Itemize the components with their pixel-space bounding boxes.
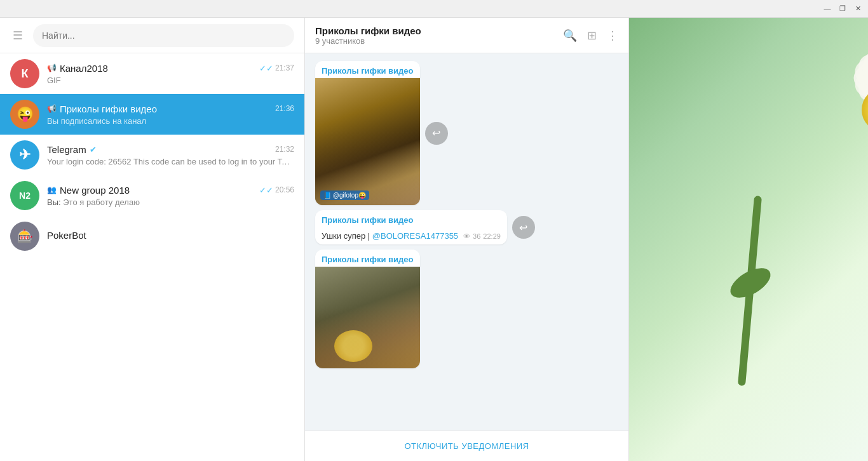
chat-item-pokerbot[interactable]: 🎰 PokerBot [0, 216, 304, 257]
sidebar-header: ☰ [0, 18, 304, 53]
right-panel [629, 18, 868, 461]
chat-panel: Приколы гифки видео 9 участников 🔍 ⊞ ⋮ П… [305, 18, 629, 461]
chat-content-kanal2018: 📢 Канал2018 ✓✓ 21:37 GIF [47, 63, 294, 85]
chat-preview-prikoly: Вы подписались на канал [47, 116, 294, 126]
verified-icon-telegram: ✔ [90, 145, 97, 154]
chat-name-kanal2018: 📢 Канал2018 [47, 63, 108, 74]
message-wrapper-2: Приколы гифки видео Ушки супер | @BOLORE… [315, 210, 618, 244]
message-text-row-2: Ушки супер | @BOLORESA1477355 👁 36 22:29 [315, 227, 507, 244]
chat-name-telegram: Telegram ✔ [47, 144, 97, 155]
chat-header: Приколы гифки видео 9 участников 🔍 ⊞ ⋮ [305, 18, 628, 53]
message-sender-3: Приколы гифки видео [315, 250, 420, 267]
chat-top-telegram: Telegram ✔ 21:32 [47, 144, 294, 155]
avatar-pokerbot: 🎰 [10, 222, 39, 251]
message-image-1: 📘 @gifotop😜 [315, 78, 420, 205]
views-count-2: 36 [473, 232, 480, 240]
avatar-newgroup: N2 [10, 181, 39, 210]
search-container [33, 24, 294, 47]
forward-button-1[interactable]: ↩ [425, 122, 448, 145]
hamburger-icon[interactable]: ☰ [10, 26, 25, 45]
message-sender-1: Приколы гифки видео [315, 61, 420, 78]
eye-icon-2: 👁 [463, 232, 470, 240]
chat-top-prikoly: 📢 Приколы гифки видео 21:36 [47, 104, 294, 114]
chat-top-newgroup: 👥 New group 2018 ✓✓ 20:56 [47, 185, 294, 196]
chat-time-telegram: 21:32 [275, 145, 294, 154]
chat-time-kanal2018: 21:37 [275, 63, 294, 72]
chat-header-title: Приколы гифки видео [315, 25, 555, 36]
chat-top-kanal2018: 📢 Канал2018 ✓✓ 21:37 [47, 63, 294, 74]
chat-time-newgroup: 20:56 [275, 185, 294, 194]
sidebar: ☰ К 📢 Канал2018 ✓✓ 21:37 [0, 18, 305, 461]
close-button[interactable]: ✕ [853, 4, 863, 14]
chat-area: Приколы гифки видео 9 участников 🔍 ⊞ ⋮ П… [305, 18, 868, 461]
gif-watermark: 📘 @gifotop😜 [320, 190, 369, 200]
chat-name-pokerbot: PokerBot [47, 230, 86, 241]
chat-content-newgroup: 👥 New group 2018 ✓✓ 20:56 Вы: Это я рабо… [47, 185, 294, 207]
broadcast-icon: 📢 [47, 63, 57, 72]
message-image-2 [315, 267, 420, 368]
app-container: ☰ К 📢 Канал2018 ✓✓ 21:37 [0, 18, 868, 461]
chat-header-actions: 🔍 ⊞ ⋮ [563, 29, 618, 43]
forward-button-2[interactable]: ↩ [512, 216, 535, 239]
chat-list: К 📢 Канал2018 ✓✓ 21:37 GIF [0, 53, 304, 461]
chat-item-telegram[interactable]: ✈ Telegram ✔ 21:32 Your login code: 2656… [0, 135, 304, 175]
chat-messages: Приколы гифки видео 📘 @gifotop😜 ↩ Прикол… [305, 53, 628, 431]
avatar-telegram: ✈ [10, 140, 39, 170]
broadcast-icon-prikoly: 📢 [47, 104, 57, 113]
chat-item-kanal2018[interactable]: К 📢 Канал2018 ✓✓ 21:37 GIF [0, 53, 304, 94]
message-sender-2: Приколы гифки видео [315, 210, 507, 227]
chat-content-prikoly: 📢 Приколы гифки видео 21:36 Вы подписали… [47, 104, 294, 126]
chat-preview-kanal2018: GIF [47, 76, 294, 85]
chat-name-newgroup: 👥 New group 2018 [47, 185, 130, 196]
message-meta-2: 👁 36 22:29 [463, 232, 501, 240]
avatar-kanal2018: К [10, 59, 39, 88]
title-bar: — ❐ ✕ [0, 0, 868, 18]
message-card-1: Приколы гифки видео 📘 @gifotop😜 [315, 61, 420, 205]
message-link-2[interactable]: @BOLORESA1477355 [372, 231, 458, 241]
chat-content-telegram: Telegram ✔ 21:32 Your login code: 26562 … [47, 144, 294, 166]
chat-name-prikoly: 📢 Приколы гифки видео [47, 104, 157, 114]
minimize-button[interactable]: — [822, 4, 832, 14]
chat-time-prikoly: 21:36 [275, 104, 294, 113]
chat-preview-newgroup: Вы: Это я работу делаю [47, 197, 294, 207]
message-wrapper-3: Приколы гифки видео [315, 250, 618, 368]
chat-bottom: ОТКЛЮЧИТЬ УВЕДОМЛЕНИЯ [305, 431, 628, 461]
group-icon-newgroup: 👥 [47, 185, 57, 194]
chat-item-newgroup[interactable]: N2 👥 New group 2018 ✓✓ 20:56 Вы: Это [0, 175, 304, 216]
avatar-prikoly: 😜 [10, 100, 39, 129]
chat-item-prikoly[interactable]: 😜 📢 Приколы гифки видео 21:36 Вы подписа… [0, 94, 304, 135]
read-icon-newgroup: ✓✓ [259, 185, 273, 195]
message-card-2: Приколы гифки видео Ушки супер | @BOLORE… [315, 210, 507, 244]
message-text-2: Ушки супер | @BOLORESA1477355 [322, 231, 458, 241]
search-icon[interactable]: 🔍 [563, 29, 577, 43]
unsubscribe-button[interactable]: ОТКЛЮЧИТЬ УВЕДОМЛЕНИЯ [404, 441, 529, 451]
message-wrapper-1: Приколы гифки видео 📘 @gifotop😜 ↩ [315, 61, 618, 205]
dog-image [315, 78, 420, 205]
more-icon[interactable]: ⋮ [607, 29, 618, 43]
chat-preview-telegram: Your login code: 26562 This code can be … [47, 157, 294, 166]
search-input[interactable] [42, 30, 285, 41]
chat-header-subtitle: 9 участников [315, 36, 555, 46]
message-card-3: Приколы гифки видео [315, 250, 420, 368]
read-icon-kanal2018: ✓✓ [259, 63, 273, 73]
msg-time-2: 22:29 [483, 232, 501, 240]
chat-content-pokerbot: PokerBot [47, 230, 294, 243]
chat-top-pokerbot: PokerBot [47, 230, 294, 241]
bg-gradient [629, 18, 868, 461]
columns-icon[interactable]: ⊞ [587, 29, 597, 43]
chat-header-info: Приколы гифки видео 9 участников [315, 25, 555, 46]
maximize-button[interactable]: ❐ [837, 4, 848, 14]
media-background [629, 18, 868, 461]
